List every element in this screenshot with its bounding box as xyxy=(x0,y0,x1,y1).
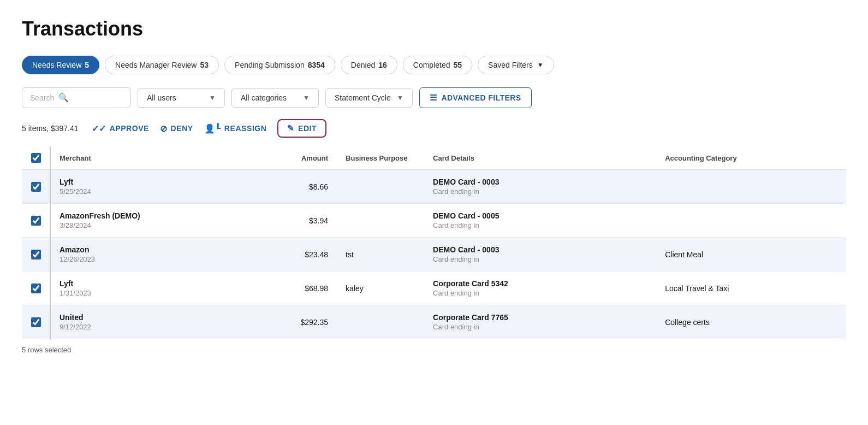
row-checkbox-cell[interactable] xyxy=(22,170,50,204)
business-purpose-cell: kaley xyxy=(337,271,424,305)
row-checkbox[interactable] xyxy=(31,182,41,192)
footer-bar: 5 rows selected xyxy=(22,346,846,354)
tab-completed[interactable]: Completed 55 xyxy=(403,56,472,74)
merchant-date: 5/25/2024 xyxy=(60,187,274,196)
chevron-down-icon: ▼ xyxy=(397,94,403,102)
tab-badge: 53 xyxy=(200,61,209,69)
search-icon: 🔍 xyxy=(58,93,69,103)
select-all-checkbox[interactable] xyxy=(31,153,41,163)
statement-cycle-label: Statement Cycle xyxy=(335,93,391,102)
row-checkbox-cell[interactable] xyxy=(22,305,50,339)
reassign-icon: 👤┖ xyxy=(204,123,221,134)
table-row: United 9/12/2022 $292.35 Corporate Card … xyxy=(22,305,846,339)
tab-needs-review[interactable]: Needs Review 5 xyxy=(22,56,99,74)
merchant-cell: Lyft 1/31/2023 xyxy=(50,271,282,305)
advanced-filters-label: ADVANCED FILTERS xyxy=(441,93,521,102)
table-row: Amazon 12/26/2023 $23.48 tst DEMO Card -… xyxy=(22,238,846,271)
deny-icon: ⊘ xyxy=(160,123,168,134)
page-title: Transactions xyxy=(22,17,846,40)
statement-cycle-dropdown[interactable]: Statement Cycle ▼ xyxy=(325,88,413,108)
accounting-category-cell xyxy=(656,204,846,238)
edit-button[interactable]: ✎ EDIT xyxy=(277,119,326,138)
amount-cell: $3.94 xyxy=(282,204,337,238)
row-checkbox[interactable] xyxy=(31,317,41,327)
row-checkbox[interactable] xyxy=(31,216,41,226)
tab-badge: 16 xyxy=(378,61,387,69)
tab-saved-filters[interactable]: Saved Filters ▼ xyxy=(478,56,554,74)
accounting-category-header: Accounting Category xyxy=(656,146,846,170)
users-dropdown[interactable]: All users ▼ xyxy=(138,88,225,108)
merchant-header: Merchant xyxy=(50,146,282,170)
merchant-cell: Lyft 5/25/2024 xyxy=(50,170,282,204)
deny-button[interactable]: ⊘ DENY xyxy=(160,123,193,134)
business-purpose-header: Business Purpose xyxy=(337,146,424,170)
card-sub: Card ending in xyxy=(433,289,647,297)
tab-pending-submission[interactable]: Pending Submission 8354 xyxy=(224,56,335,74)
tab-label: Needs Manager Review xyxy=(115,61,197,69)
row-checkbox-cell[interactable] xyxy=(22,204,50,238)
approve-icon: ✓✓ xyxy=(92,123,106,134)
action-bar: 5 items, $397.41 ✓✓ APPROVE ⊘ DENY 👤┖ RE… xyxy=(22,119,846,138)
accounting-category-cell: Client Meal xyxy=(656,238,846,271)
card-name: Corporate Card 7765 xyxy=(433,313,647,322)
reassign-button[interactable]: 👤┖ REASSIGN xyxy=(204,123,267,134)
row-checkbox[interactable] xyxy=(31,250,41,259)
deny-label: DENY xyxy=(171,124,193,133)
tab-badge: 5 xyxy=(85,61,89,69)
filter-bar: Search 🔍 All users ▼ All categories ▼ St… xyxy=(22,87,846,108)
merchant-cell: United 9/12/2022 xyxy=(50,305,282,339)
card-name: DEMO Card - 0003 xyxy=(433,178,647,186)
card-name: DEMO Card - 0005 xyxy=(433,211,647,220)
row-checkbox-cell[interactable] xyxy=(22,238,50,271)
card-details-header: Card Details xyxy=(424,146,656,170)
card-details-cell: DEMO Card - 0003 Card ending in xyxy=(424,170,656,204)
reassign-label: REASSIGN xyxy=(224,124,267,133)
accounting-category-cell: Local Travel & Taxi xyxy=(656,271,846,305)
tab-label: Denied xyxy=(351,61,375,69)
tab-needs-manager-review[interactable]: Needs Manager Review 53 xyxy=(105,56,219,74)
tab-badge: 8354 xyxy=(308,61,325,69)
amount-value: $8.66 xyxy=(309,182,328,191)
filter-icon: ☰ xyxy=(430,93,437,103)
business-purpose-cell xyxy=(337,305,424,339)
tab-badge: 55 xyxy=(454,61,462,69)
card-sub: Card ending in xyxy=(433,255,647,263)
accounting-category-cell: College certs xyxy=(656,305,846,339)
table-row: Lyft 1/31/2023 $68.98 kaley Corporate Ca… xyxy=(22,271,846,305)
approve-label: APPROVE xyxy=(110,124,149,133)
select-all-header[interactable] xyxy=(22,146,50,170)
amount-value: $292.35 xyxy=(300,318,328,327)
advanced-filters-button[interactable]: ☰ ADVANCED FILTERS xyxy=(419,87,532,108)
card-name: Corporate Card 5342 xyxy=(433,279,647,288)
search-input-label: Search xyxy=(30,93,54,102)
merchant-date: 1/31/2023 xyxy=(60,289,274,297)
card-name: DEMO Card - 0003 xyxy=(433,245,647,254)
table-row: Lyft 5/25/2024 $8.66 DEMO Card - 0003 Ca… xyxy=(22,170,846,204)
approve-button[interactable]: ✓✓ APPROVE xyxy=(92,123,150,134)
search-box[interactable]: Search 🔍 xyxy=(22,87,131,108)
business-purpose-cell: tst xyxy=(337,238,424,271)
table-row: AmazonFresh (DEMO) 3/28/2024 $3.94 DEMO … xyxy=(22,204,846,238)
rows-selected-label: 5 rows selected xyxy=(22,346,71,354)
card-details-cell: Corporate Card 7765 Card ending in xyxy=(424,305,656,339)
tab-label: Saved Filters xyxy=(488,61,533,69)
row-checkbox-cell[interactable] xyxy=(22,271,50,305)
card-sub: Card ending in xyxy=(433,187,647,196)
merchant-cell: AmazonFresh (DEMO) 3/28/2024 xyxy=(50,204,282,238)
merchant-name: Amazon xyxy=(60,245,274,254)
users-dropdown-label: All users xyxy=(147,93,176,102)
amount-cell: $23.48 xyxy=(282,238,337,271)
edit-icon: ✎ xyxy=(287,123,295,133)
filter-tabs: Needs Review 5Needs Manager Review 53Pen… xyxy=(22,56,846,74)
accounting-category-cell xyxy=(656,170,846,204)
row-checkbox[interactable] xyxy=(31,284,41,293)
merchant-date: 3/28/2024 xyxy=(60,221,274,229)
tab-denied[interactable]: Denied 16 xyxy=(341,56,397,74)
chevron-down-icon: ▼ xyxy=(303,94,310,102)
categories-dropdown[interactable]: All categories ▼ xyxy=(231,88,319,108)
merchant-name: United xyxy=(60,313,274,322)
tab-label: Pending Submission xyxy=(235,61,305,69)
amount-header: Amount xyxy=(282,146,337,170)
categories-dropdown-label: All categories xyxy=(241,93,287,102)
amount-value: $23.48 xyxy=(305,250,328,259)
